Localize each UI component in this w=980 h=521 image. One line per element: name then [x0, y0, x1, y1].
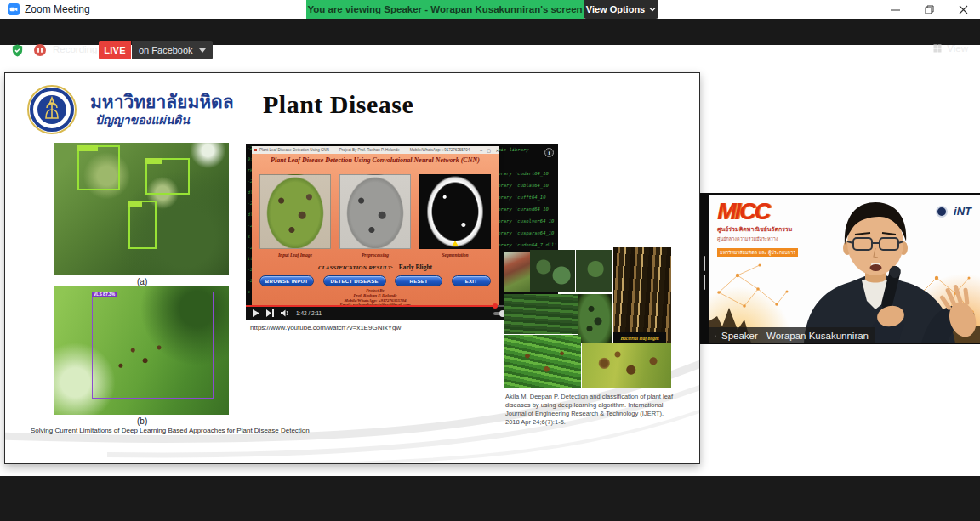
micc-logo-text: MICC: [717, 200, 836, 224]
int-emblem-icon: [936, 206, 948, 218]
collage-tile: [504, 294, 578, 334]
view-layout-button[interactable]: View: [932, 43, 968, 54]
micc-logo: MICC ศูนย์ร่วมคิดพาณิชย์นวัตกรรม ศูนย์กล…: [717, 200, 836, 258]
cnn-buttons-row: BROWSE INPUT DETECT DISEASE RESET EXIT: [252, 275, 499, 286]
int-logo-text: iNT: [954, 205, 971, 218]
collage-tile: [530, 250, 575, 292]
speaker-video: MICC ศูนย์ร่วมคิดพาณิชย์นวัตกรรม ศูนย์กล…: [709, 193, 980, 344]
video-time: 1:42 / 2:11: [296, 310, 322, 316]
slide-bottom-caption: Solving Current Limitations of Deep Lear…: [31, 427, 310, 434]
panel-divider: [700, 193, 709, 344]
disease-collage: Bacterial leaf blight: [504, 247, 671, 388]
university-motto: ปัญญาของแผ่นดิน: [95, 110, 190, 129]
segmentation-image: [419, 174, 491, 249]
panel-label: Preprocessing: [339, 252, 411, 258]
divider-handle[interactable]: [704, 256, 705, 271]
cnn-app-titlebar: Plant Leaf Disease Detection Using CNN P…: [252, 146, 499, 154]
zoom-meeting-window: Zoom Meeting You are viewing Speaker - W…: [0, 0, 980, 521]
classification-value: Early Blight: [399, 263, 432, 271]
panel-label: Input Leaf Image: [259, 252, 331, 258]
detect-disease-button: DETECT DISEASE: [323, 275, 386, 286]
meeting-toolbar: Unmute Start Video: [0, 476, 980, 521]
volume-icon: [281, 309, 289, 317]
collage-tile: [504, 335, 581, 388]
close-button[interactable]: [946, 0, 980, 19]
next-track-icon: [266, 309, 274, 317]
live-destination-dropdown[interactable]: on Facebook: [132, 41, 213, 59]
mahidol-logo: [26, 84, 77, 135]
collage-tile: [504, 252, 530, 292]
video-info-icon: i: [544, 148, 554, 157]
view-options-label: View Options: [586, 4, 645, 14]
cnn-panel-labels: Input Leaf Image Preprocessing Segmentat…: [252, 252, 499, 258]
micc-line2: ศูนย์กลางความร่วมมือระหว่าง: [717, 235, 836, 242]
view-layout-label: View: [947, 43, 968, 54]
detection-box-label: [128, 201, 142, 207]
cnn-window-controls: – ▢ ✕: [480, 148, 499, 153]
viewing-banner: You are viewing Speaker - Worapan Kusaku…: [306, 0, 584, 19]
play-icon: [253, 309, 259, 317]
slide-title: Plant Disease: [263, 90, 413, 119]
detection-box-label: [77, 145, 98, 151]
restore-button[interactable]: [912, 0, 946, 19]
meeting-info-bar: Recording LIVE on Facebook View: [0, 19, 980, 45]
cursor-arrow-icon: [452, 241, 459, 246]
divider-handle[interactable]: [704, 275, 705, 290]
minimize-button[interactable]: [878, 0, 912, 19]
detection-box-label: VLS 87.3%: [92, 292, 117, 297]
micc-line1: ศูนย์ร่วมคิดพาณิชย์นวัตกรรม: [717, 224, 836, 234]
window-titlebar: Zoom Meeting You are viewing Speaker - W…: [0, 0, 980, 19]
chevron-down-icon: [649, 7, 656, 12]
video-url: https://www.youtube.com/watch?v=x1E9GNIk…: [250, 324, 401, 331]
cnn-main-title: Plant Leaf Disease Detection Using Convo…: [252, 156, 499, 164]
detection-box-label: [145, 158, 162, 164]
collage-tile: [578, 294, 612, 343]
viewing-banner-text: You are viewing Speaker - Worapan Kusaku…: [307, 4, 582, 14]
video-playhead: [493, 303, 498, 309]
detection-bbox: [145, 158, 190, 195]
classification-label: CLASSIFICATION RESULT:: [318, 264, 393, 271]
encryption-shield-icon: [10, 43, 25, 58]
collage-disease-label: Bacterial leaf blight: [613, 332, 666, 343]
cnn-app-contact: Mobile/WhatsApp: +917276355704: [410, 148, 470, 152]
collage-tile: [582, 343, 671, 388]
cnn-credits: Project By Prof. Roshan P. Helonde Mobil…: [252, 288, 499, 307]
classification-result: CLASSIFICATION RESULT:Early Blight: [252, 263, 499, 271]
int-logo: iNT: [936, 205, 971, 218]
cnn-app-icon: [254, 149, 257, 151]
video-progress-fill: [246, 305, 493, 307]
shared-screen: มหาวิทยาลัยมหิดล ปัญญาของแผ่นดิน Plant D…: [4, 72, 700, 464]
reset-button: RESET: [395, 275, 442, 286]
live-badge[interactable]: LIVE: [99, 41, 131, 59]
cnn-app-window: Plant Leaf Disease Detection Using CNN P…: [252, 146, 499, 307]
speaker-name-text: Speaker - Worapan Kusakunniran: [721, 331, 869, 341]
cnn-image-panels: [252, 174, 499, 249]
preprocessing-image: [339, 174, 411, 249]
collage-tile: [576, 250, 612, 292]
figure-a-image: [54, 143, 229, 275]
collage-tile: [613, 247, 671, 343]
cnn-app-body: Plant Leaf Disease Detection Using Convo…: [252, 154, 499, 307]
speaker-name-label: Speaker - Worapan Kusakunniran: [709, 327, 875, 344]
caret-down-icon: [199, 48, 206, 53]
figure-b-image: VLS 87.3%: [54, 286, 229, 415]
cnn-app-title: Plant Leaf Disease Detection Using CNN: [259, 148, 329, 152]
window-title: Zoom Meeting: [25, 3, 90, 15]
live-destination-label: on Facebook: [139, 45, 193, 55]
panel-label: Segmentation: [419, 252, 491, 258]
recording-indicator[interactable]: [34, 44, 46, 56]
input-leaf-image: [259, 174, 331, 249]
cnn-app-project: Project By Prof. Roshan P. Helonde: [339, 148, 400, 152]
signal-bars-icon: [715, 331, 716, 341]
detection-bbox: VLS 87.3%: [92, 292, 214, 399]
window-controls: [878, 0, 980, 19]
citation-text: Akila M, Deepan P. Detection and classif…: [505, 393, 679, 427]
micc-line3: มหาวิทยาลัยมหิดล และ ผู้ประกอบการ: [717, 248, 798, 257]
browse-input-button: BROWSE INPUT: [259, 275, 314, 286]
exit-button: EXIT: [452, 275, 491, 286]
view-options-button[interactable]: View Options: [584, 0, 658, 19]
grid-icon: [932, 43, 943, 54]
zoom-app-icon: [8, 3, 20, 15]
detection-bbox: [77, 145, 120, 190]
figure-b-caption: (b): [137, 416, 147, 426]
